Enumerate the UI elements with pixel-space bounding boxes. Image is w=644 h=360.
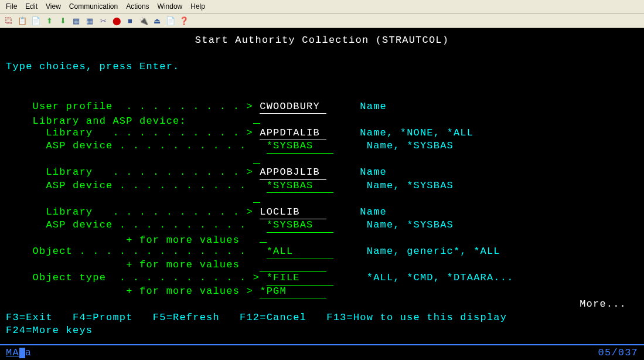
object-hint: Name, generic*, *ALL xyxy=(367,246,500,257)
download-icon[interactable]: ⬇ xyxy=(57,15,68,26)
menu-help[interactable]: Help xyxy=(187,1,209,12)
terminal-screen: Start Authority Collection (STRAUTCOL) T… xyxy=(0,28,644,360)
user-profile-input[interactable]: CWOODBURY xyxy=(260,100,326,114)
asp3-label: ASP device . . . . . . . . . . xyxy=(33,219,247,230)
scissors-icon[interactable]: ✂ xyxy=(98,15,108,26)
library1-hint: Name, *NONE, *ALL xyxy=(360,127,473,138)
help-icon[interactable]: ❓ xyxy=(179,15,189,26)
asp1-label: ASP device . . . . . . . . . . xyxy=(33,140,247,151)
copy-icon[interactable]: ⿻ xyxy=(4,15,14,26)
more-values3-label: + for more values xyxy=(33,286,240,297)
library3-label: Library . . . . . . . . . . xyxy=(33,206,240,218)
grid2-icon[interactable]: ▦ xyxy=(84,15,95,26)
menu-bar: File Edit View Communication Actions Win… xyxy=(0,0,644,13)
more-values1-label: + for more values xyxy=(33,235,240,246)
asp2-input[interactable]: *SYSBAS xyxy=(267,179,333,193)
asp2-hint: Name, *SYSBAS xyxy=(367,180,454,191)
fkeys-line2: F24=More keys xyxy=(6,324,638,338)
fkeys-line1: F3=Exit F4=Prompt F5=Refresh F12=Cancel … xyxy=(6,311,638,325)
asp2-label: ASP device . . . . . . . . . . xyxy=(33,180,247,191)
instruction-text: Type choices, press Enter. xyxy=(6,60,638,74)
lib-asp-marker[interactable] xyxy=(253,113,260,124)
library3-input[interactable]: LOCLIB xyxy=(260,206,326,220)
object-label: Object . . . . . . . . . . . . . xyxy=(33,246,247,257)
more-values2-input[interactable] xyxy=(260,259,326,273)
status-a: a xyxy=(25,347,32,360)
menu-file[interactable]: File xyxy=(2,1,21,12)
upload-icon[interactable]: ⬆ xyxy=(44,15,54,26)
library2-input[interactable]: APPOBJLIB xyxy=(260,166,326,180)
user-profile-label: User profile . . . . . . . . . xyxy=(33,101,240,112)
copy2-icon[interactable]: 📋 xyxy=(17,15,28,26)
doc-icon[interactable]: 📄 xyxy=(165,15,176,26)
menu-view[interactable]: View xyxy=(42,1,64,12)
blank-marker-2[interactable] xyxy=(253,192,260,203)
cursor-indicator xyxy=(19,348,25,358)
lib-asp-label: Library and ASP device: xyxy=(33,116,186,127)
toolbar: ⿻ 📋 📄 ⬆ ⬇ ▦ ▦ ✂ ⬤ ■ 🔌 ⏏ 📄 ❓ xyxy=(0,13,644,28)
cursor-position: 05/037 xyxy=(598,347,638,360)
eject-icon[interactable]: ⏏ xyxy=(152,15,162,26)
ma-indicator: MA xyxy=(6,347,19,360)
connect-icon[interactable]: 🔌 xyxy=(138,15,149,26)
asp1-input[interactable]: *SYSBAS xyxy=(267,140,333,154)
library1-label: Library . . . . . . . . . . xyxy=(33,127,240,138)
menu-communication[interactable]: Communication xyxy=(66,1,121,12)
screen-title: Start Authority Collection (STRAUTCOL) xyxy=(6,34,638,47)
object-input[interactable]: *ALL xyxy=(267,245,333,259)
asp3-input[interactable]: *SYSBAS xyxy=(267,219,333,233)
menu-window[interactable]: Window xyxy=(154,1,186,12)
blank-marker-1[interactable] xyxy=(253,153,260,164)
more-values2-label: + for more values xyxy=(33,259,240,270)
more-values1-input[interactable] xyxy=(260,232,267,243)
objtype-hint: *ALL, *CMD, *DTAARA... xyxy=(367,272,514,283)
menu-edit[interactable]: Edit xyxy=(22,1,41,12)
library3-hint: Name xyxy=(360,206,387,218)
grid-icon[interactable]: ▦ xyxy=(71,15,81,26)
stop-icon[interactable]: ■ xyxy=(125,15,135,26)
library1-input[interactable]: APPDTALIB xyxy=(260,127,326,141)
user-profile-hint: Name xyxy=(360,101,387,112)
paste-icon[interactable]: 📄 xyxy=(30,15,41,26)
objtype1-input[interactable]: *FILE xyxy=(267,271,333,286)
library2-label: Library . . . . . . . . . . xyxy=(33,167,240,178)
menu-actions[interactable]: Actions xyxy=(122,1,152,12)
asp1-hint: Name, *SYSBAS xyxy=(367,140,454,151)
more-indicator: More... xyxy=(6,298,638,311)
status-bar: MA a 05/037 xyxy=(0,344,644,360)
asp3-hint: Name, *SYSBAS xyxy=(367,219,454,230)
record-icon[interactable]: ⬤ xyxy=(111,15,122,26)
library2-hint: Name xyxy=(360,167,387,178)
objtype-label: Object type . . . . . . . . . . xyxy=(33,272,247,283)
objtype2-input[interactable]: *PGM xyxy=(260,285,326,299)
